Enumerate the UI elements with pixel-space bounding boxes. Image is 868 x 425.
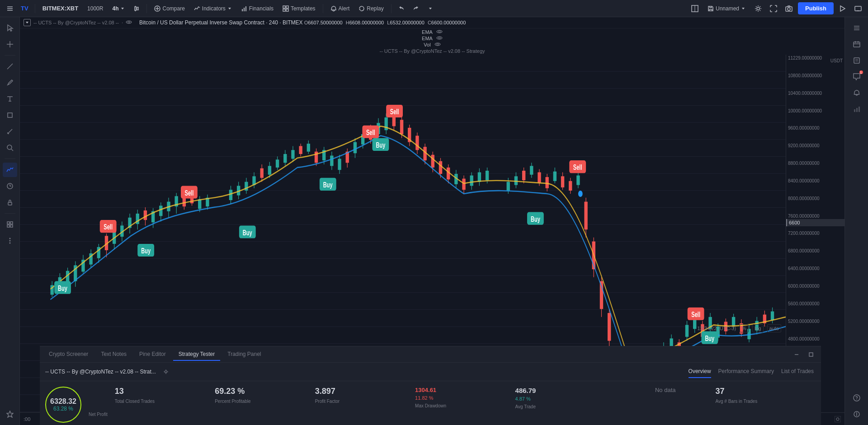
undo-btn[interactable] (395, 2, 408, 15)
shapes-tool[interactable] (3, 108, 17, 122)
svg-rect-139 (330, 156, 333, 166)
account-btn[interactable]: Unnamed (704, 4, 749, 14)
redo-icon (413, 5, 419, 12)
indicator-tool[interactable] (3, 163, 17, 177)
eye-icon[interactable] (126, 20, 132, 25)
svg-point-38 (7, 145, 12, 149)
line-tool[interactable] (3, 59, 17, 74)
maximize-panel-btn[interactable] (805, 348, 817, 361)
text-tool[interactable] (3, 92, 17, 106)
eye-icon-ema2[interactable] (436, 36, 443, 41)
chat-panel-btn[interactable]: 1 (849, 70, 864, 84)
percent-btn[interactable]: % (740, 324, 749, 332)
star-icon[interactable] (3, 407, 17, 421)
interval-text: 1000R (87, 5, 103, 12)
measure-tool[interactable] (3, 124, 17, 139)
candlestick-type-btn[interactable] (130, 2, 143, 15)
ov-tab-overview[interactable]: Overview (689, 365, 711, 378)
sb-divider-2 (5, 159, 15, 159)
ov-tab-trades[interactable]: List of Trades (781, 365, 814, 378)
snapshot-btn[interactable] (783, 2, 795, 15)
tab-trading-panel[interactable]: Trading Panel (222, 348, 266, 361)
auto-btn[interactable]: auto (767, 324, 781, 332)
log-btn[interactable]: log (752, 324, 764, 332)
news-panel-btn[interactable] (849, 53, 864, 68)
templates-btn[interactable]: Templates (279, 4, 319, 14)
svg-rect-43 (8, 202, 12, 205)
strategy-panel-btn[interactable] (849, 102, 864, 117)
eye-icon-ema1[interactable] (436, 29, 443, 35)
eye-icon-vol[interactable] (434, 42, 441, 47)
help-btn[interactable] (849, 391, 864, 405)
compare-btn[interactable]: Compare (151, 4, 188, 14)
list-icon (853, 24, 860, 32)
avg-bars-label: Avg # Bars in Trades (716, 399, 816, 404)
play-btn[interactable] (836, 2, 849, 15)
time-settings-icon[interactable] (835, 416, 841, 422)
lock-tool[interactable] (3, 195, 17, 210)
usdt-label: USDT (830, 58, 843, 63)
interval-selector[interactable]: 1000R (84, 4, 107, 14)
timeframe-selector[interactable]: 4h (108, 4, 128, 14)
replay-btn[interactable]: Replay (355, 4, 387, 14)
tab-strategy-tester[interactable]: Strategy Tester (173, 348, 220, 361)
chevron-down-icon-4 (741, 6, 745, 11)
svg-text:Sell: Sell (366, 129, 375, 136)
forecast-tool[interactable] (3, 179, 17, 193)
alerts-panel-btn[interactable] (849, 86, 864, 100)
ov-tab-performance[interactable]: Performance Summary (718, 365, 774, 378)
zoom-tool[interactable] (3, 140, 17, 155)
minimize-panel-btn[interactable] (790, 348, 803, 361)
time-label: :00 (24, 416, 30, 422)
watchlist-panel-btn[interactable] (849, 21, 864, 35)
cursor-tool[interactable] (3, 21, 17, 35)
settings-btn[interactable] (752, 2, 764, 15)
chart-title: Bitcoin / US Dollar Perpetual Inverse Sw… (139, 19, 303, 26)
max-drawdown-val: 1304.61 (415, 387, 515, 393)
divider-1 (35, 4, 35, 13)
svg-rect-199 (576, 176, 580, 185)
svg-marker-3 (121, 8, 124, 9)
stat-avg-bars: 37 Avg # Bars in Trades (716, 387, 816, 404)
timeframe-text: 4h (112, 5, 118, 12)
ema1-label: EMA (422, 29, 433, 35)
financials-btn[interactable]: Financials (237, 4, 277, 14)
strategy-name-row: -- UCTS -- By @CryptoNTez -- v2.08 -- St… (40, 363, 178, 381)
symbol-text: BITMEX:XBT (42, 5, 78, 12)
alert-btn[interactable]: Alert (327, 4, 354, 14)
price-level: 4800.00000000 (788, 336, 843, 341)
layout-btn[interactable] (689, 2, 701, 15)
pen-tool[interactable] (3, 75, 17, 90)
crosshair-tool[interactable] (3, 37, 17, 51)
chart-settings-icon[interactable] (24, 19, 31, 26)
indicators-btn[interactable]: Indicators (190, 4, 236, 14)
strategy-settings-btn[interactable] (160, 365, 172, 378)
svg-text:Sell: Sell (104, 223, 113, 231)
svg-text:Sell: Sell (185, 189, 194, 197)
fullscreen-btn[interactable] (767, 2, 780, 15)
more-tools-btn[interactable] (3, 234, 17, 248)
tab-text-notes[interactable]: Text Notes (95, 348, 132, 361)
notification-badge: 1 (859, 70, 863, 74)
max-drawdown-pct: 11.82 % (415, 395, 515, 401)
publish-button[interactable]: Publish (798, 2, 834, 14)
svg-rect-298 (854, 109, 855, 112)
tv-btn[interactable] (852, 2, 864, 15)
calendar-panel-btn[interactable] (849, 37, 864, 51)
watchlist-tool[interactable] (3, 217, 17, 232)
svg-rect-44 (7, 222, 9, 224)
tab-crypto-screener[interactable]: Crypto Screener (43, 348, 94, 361)
menu-icon[interactable] (4, 2, 16, 15)
scroll-lock-btn[interactable] (849, 407, 864, 421)
svg-rect-207 (608, 313, 611, 341)
symbol-selector[interactable]: BITMEX:XBT (39, 3, 82, 14)
chevron-down-icon (120, 6, 125, 11)
svg-point-50 (9, 243, 10, 244)
more-undo-btn[interactable] (424, 2, 437, 15)
stat-avg-trade: 486.79 4.87 % Avg Trade (515, 387, 615, 409)
redo-btn[interactable] (410, 2, 422, 15)
tab-pine-editor[interactable]: Pine Editor (134, 348, 171, 361)
svg-rect-123 (268, 166, 271, 174)
avg-bars-val: 37 (716, 387, 816, 396)
play-icon (839, 5, 846, 12)
